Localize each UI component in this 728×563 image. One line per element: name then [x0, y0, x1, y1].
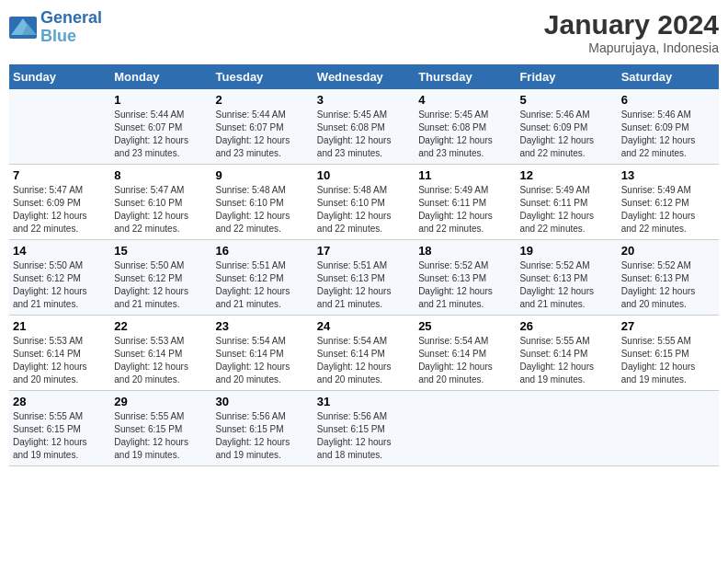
sunrise-text: Sunrise: 5:52 AM [418, 259, 512, 272]
daylight-text: Daylight: 12 hours [418, 134, 512, 147]
sunset-text: Sunset: 6:12 PM [621, 197, 715, 210]
calendar-day-cell: 8Sunrise: 5:47 AMSunset: 6:10 PMDaylight… [110, 165, 211, 240]
sunset-text: Sunset: 6:15 PM [621, 348, 715, 361]
day-info: Sunrise: 5:51 AMSunset: 6:12 PMDaylight:… [216, 259, 310, 311]
day-info: Sunrise: 5:54 AMSunset: 6:14 PMDaylight:… [317, 335, 411, 386]
daylight-text-2: and 19 minutes. [216, 449, 310, 462]
sunset-text: Sunset: 6:09 PM [621, 121, 715, 134]
sunset-text: Sunset: 6:14 PM [114, 348, 208, 361]
day-info: Sunrise: 5:56 AMSunset: 6:15 PMDaylight:… [216, 410, 310, 462]
calendar-day-cell: 18Sunrise: 5:52 AMSunset: 6:13 PMDayligh… [415, 240, 516, 316]
daylight-text: Daylight: 12 hours [519, 361, 613, 373]
sunset-text: Sunset: 6:13 PM [317, 272, 411, 285]
day-info: Sunrise: 5:55 AMSunset: 6:14 PMDaylight:… [519, 335, 613, 386]
day-info: Sunrise: 5:53 AMSunset: 6:14 PMDaylight:… [114, 335, 208, 386]
title-block: January 2024 Mapurujaya, Indonesia [544, 9, 719, 55]
daylight-text: Daylight: 12 hours [519, 285, 613, 298]
daylight-text-2: and 22 minutes. [13, 223, 107, 236]
daylight-text: Daylight: 12 hours [621, 210, 715, 223]
day-info: Sunrise: 5:48 AMSunset: 6:10 PMDaylight:… [317, 184, 411, 236]
sunrise-text: Sunrise: 5:51 AM [317, 259, 411, 272]
calendar-week-row: 14Sunrise: 5:50 AMSunset: 6:12 PMDayligh… [9, 240, 719, 316]
daylight-text-2: and 20 minutes. [418, 373, 512, 386]
sunset-text: Sunset: 6:10 PM [216, 197, 310, 210]
day-info: Sunrise: 5:49 AMSunset: 6:11 PMDaylight:… [519, 184, 613, 236]
day-number: 4 [418, 93, 512, 107]
calendar-day-cell: 20Sunrise: 5:52 AMSunset: 6:13 PMDayligh… [618, 240, 719, 316]
sunset-text: Sunset: 6:13 PM [418, 272, 512, 285]
daylight-text-2: and 22 minutes. [418, 223, 512, 236]
calendar-day-cell: 4Sunrise: 5:45 AMSunset: 6:08 PMDaylight… [415, 89, 516, 165]
calendar-day-cell: 21Sunrise: 5:53 AMSunset: 6:14 PMDayligh… [9, 316, 110, 391]
calendar-day-cell: 17Sunrise: 5:51 AMSunset: 6:13 PMDayligh… [313, 240, 415, 316]
day-number: 3 [317, 93, 411, 107]
calendar-day-cell: 19Sunrise: 5:52 AMSunset: 6:13 PMDayligh… [516, 240, 617, 316]
daylight-text-2: and 21 minutes. [317, 298, 411, 311]
day-number: 15 [114, 244, 208, 258]
daylight-text: Daylight: 12 hours [621, 285, 715, 298]
daylight-text-2: and 19 minutes. [621, 373, 715, 386]
day-number: 28 [13, 395, 107, 408]
day-info: Sunrise: 5:49 AMSunset: 6:12 PMDaylight:… [621, 184, 715, 236]
daylight-text-2: and 21 minutes. [418, 298, 512, 311]
sunset-text: Sunset: 6:09 PM [13, 197, 107, 210]
calendar-day-cell: 2Sunrise: 5:44 AMSunset: 6:07 PMDaylight… [212, 89, 313, 165]
sunset-text: Sunset: 6:12 PM [13, 272, 107, 285]
day-info: Sunrise: 5:45 AMSunset: 6:08 PMDaylight:… [418, 109, 512, 160]
day-number: 1 [114, 93, 208, 107]
sunset-text: Sunset: 6:13 PM [621, 272, 715, 285]
day-number: 11 [418, 168, 512, 182]
calendar-day-cell: 12Sunrise: 5:49 AMSunset: 6:11 PMDayligh… [516, 165, 617, 240]
calendar-day-cell [9, 89, 110, 165]
sunset-text: Sunset: 6:15 PM [13, 423, 107, 436]
sunset-text: Sunset: 6:14 PM [13, 348, 107, 361]
daylight-text-2: and 19 minutes. [13, 449, 107, 462]
daylight-text-2: and 22 minutes. [621, 223, 715, 236]
day-info: Sunrise: 5:54 AMSunset: 6:14 PMDaylight:… [216, 335, 310, 386]
day-number: 18 [418, 244, 512, 258]
weekday-header: Friday [516, 64, 617, 89]
daylight-text-2: and 21 minutes. [13, 298, 107, 311]
calendar-day-cell: 5Sunrise: 5:46 AMSunset: 6:09 PMDaylight… [516, 89, 617, 165]
day-info: Sunrise: 5:44 AMSunset: 6:07 PMDaylight:… [216, 109, 310, 160]
sunrise-text: Sunrise: 5:49 AM [519, 184, 613, 197]
weekday-header: Sunday [9, 64, 110, 89]
day-number: 26 [519, 319, 613, 333]
daylight-text: Daylight: 12 hours [519, 210, 613, 223]
day-number: 14 [13, 244, 107, 258]
daylight-text-2: and 23 minutes. [418, 147, 512, 160]
sunset-text: Sunset: 6:15 PM [114, 423, 208, 436]
logo-icon [9, 17, 37, 39]
daylight-text: Daylight: 12 hours [317, 436, 411, 449]
day-number: 22 [114, 319, 208, 333]
daylight-text: Daylight: 12 hours [317, 285, 411, 298]
day-number: 17 [317, 244, 411, 258]
sunrise-text: Sunrise: 5:46 AM [519, 109, 613, 121]
calendar-day-cell: 27Sunrise: 5:55 AMSunset: 6:15 PMDayligh… [618, 316, 719, 391]
day-number: 20 [621, 244, 715, 258]
calendar-day-cell [415, 391, 516, 466]
logo: General Blue [9, 9, 102, 46]
subtitle: Mapurujaya, Indonesia [544, 40, 719, 55]
weekday-header: Wednesday [313, 64, 415, 89]
sunset-text: Sunset: 6:14 PM [317, 348, 411, 361]
day-info: Sunrise: 5:50 AMSunset: 6:12 PMDaylight:… [13, 259, 107, 311]
day-info: Sunrise: 5:46 AMSunset: 6:09 PMDaylight:… [519, 109, 613, 160]
daylight-text-2: and 19 minutes. [519, 373, 613, 386]
sunset-text: Sunset: 6:15 PM [216, 423, 310, 436]
daylight-text: Daylight: 12 hours [114, 134, 208, 147]
daylight-text-2: and 21 minutes. [114, 298, 208, 311]
daylight-text-2: and 21 minutes. [216, 298, 310, 311]
sunrise-text: Sunrise: 5:55 AM [621, 335, 715, 348]
weekday-header: Tuesday [212, 64, 313, 89]
day-info: Sunrise: 5:54 AMSunset: 6:14 PMDaylight:… [418, 335, 512, 386]
day-info: Sunrise: 5:45 AMSunset: 6:08 PMDaylight:… [317, 109, 411, 160]
daylight-text: Daylight: 12 hours [13, 285, 107, 298]
daylight-text-2: and 20 minutes. [114, 373, 208, 386]
sunrise-text: Sunrise: 5:45 AM [317, 109, 411, 121]
day-number: 7 [13, 168, 107, 182]
day-info: Sunrise: 5:52 AMSunset: 6:13 PMDaylight:… [418, 259, 512, 311]
day-info: Sunrise: 5:50 AMSunset: 6:12 PMDaylight:… [114, 259, 208, 311]
calendar-day-cell: 9Sunrise: 5:48 AMSunset: 6:10 PMDaylight… [212, 165, 313, 240]
sunset-text: Sunset: 6:11 PM [519, 197, 613, 210]
